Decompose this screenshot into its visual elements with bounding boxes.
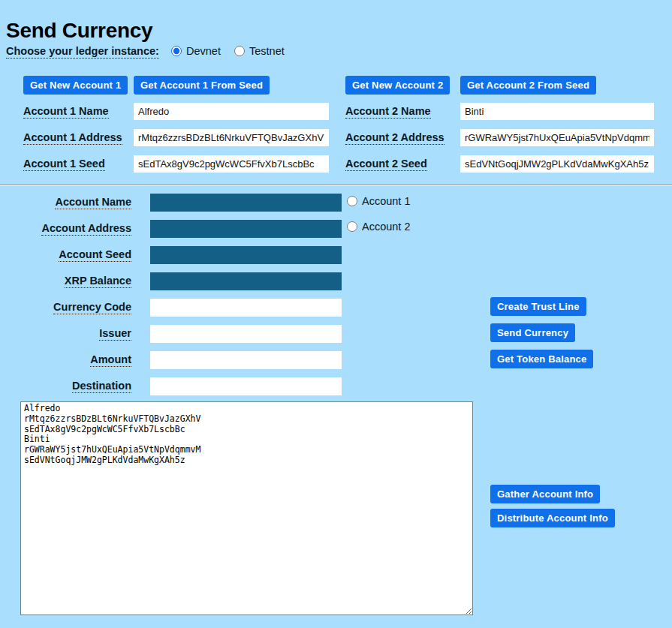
testnet-radio-label: Testnet [249,45,285,57]
destination-label-wrap: Destination [0,380,131,392]
ledger-instance-label: Choose your ledger instance: [6,45,159,59]
account-seed-label-wrap: Account Seed [0,248,131,260]
account-1-address-input[interactable] [134,129,329,146]
get-new-account-2-button[interactable]: Get New Account 2 [345,76,450,95]
account-2-seed-input[interactable] [460,155,654,173]
create-trust-line-button[interactable]: Create Trust Line [490,297,586,316]
amount-label: Amount [90,353,131,367]
account-1-seed-label: Account 1 Seed [23,158,105,171]
currency-code-label: Currency Code [53,301,131,314]
account-name-label: Account Name [55,196,131,209]
send-currency-button[interactable]: Send Currency [490,323,575,342]
page-title: Send Currency [6,19,152,43]
account-1-name-input[interactable] [134,103,329,120]
account-1-seed-input[interactable] [134,155,329,173]
account-2-name-input[interactable] [460,103,654,120]
radio-devnet[interactable]: Devnet [171,45,221,57]
account-2-radio-input[interactable] [347,221,357,232]
get-token-balance-button[interactable]: Get Token Balance [490,350,593,368]
radio-account-2[interactable]: Account 2 [347,221,411,233]
account-address-label: Account Address [41,222,131,236]
account-seed-label: Account Seed [59,248,131,262]
xrp-balance-label: XRP Balance [65,275,131,288]
xrp-balance-input[interactable] [150,272,342,290]
devnet-radio-input[interactable] [171,46,182,56]
results-textarea[interactable]: Alfredo rMtqz6zzrsBDzBLt6NrkuVFTQBvJazGX… [20,401,473,615]
distribute-account-info-button[interactable]: Distribute Account Info [490,509,615,527]
account-seed-input[interactable] [150,246,342,264]
account-1-radio-input[interactable] [347,196,357,206]
currency-code-label-wrap: Currency Code [0,301,131,313]
amount-label-wrap: Amount [0,353,131,365]
account-name-input[interactable] [150,194,342,212]
account-address-input[interactable] [150,220,342,238]
account-2-radio-label: Account 2 [362,221,411,233]
gather-account-info-button[interactable]: Gather Account Info [490,485,600,503]
get-new-account-1-button[interactable]: Get New Account 1 [23,76,128,95]
account-2-seed-label: Account 2 Seed [345,158,427,171]
destination-label: Destination [72,380,131,393]
testnet-radio-input[interactable] [234,46,245,56]
account-2-name-label: Account 2 Name [345,105,431,119]
account-1-radio-label: Account 1 [362,195,411,207]
radio-account-1[interactable]: Account 1 [347,195,411,207]
issuer-label-wrap: Issuer [0,327,131,339]
issuer-label: Issuer [99,327,131,341]
account-address-label-wrap: Account Address [0,222,131,234]
section-divider [0,185,672,186]
account-name-label-wrap: Account Name [0,196,131,208]
currency-code-input[interactable] [150,299,342,317]
get-account-2-from-seed-button[interactable]: Get Account 2 From Seed [460,76,596,95]
account-2-address-input[interactable] [460,129,654,146]
issuer-input[interactable] [150,325,342,343]
devnet-radio-label: Devnet [186,45,221,57]
xrp-balance-label-wrap: XRP Balance [0,275,131,287]
account-1-name-label: Account 1 Name [23,105,109,119]
account-2-address-label: Account 2 Address [345,131,444,145]
account-1-address-label: Account 1 Address [23,131,122,145]
destination-input[interactable] [150,377,342,395]
get-account-1-from-seed-button[interactable]: Get Account 1 From Seed [134,76,270,95]
radio-testnet[interactable]: Testnet [234,45,285,57]
amount-input[interactable] [150,351,342,369]
